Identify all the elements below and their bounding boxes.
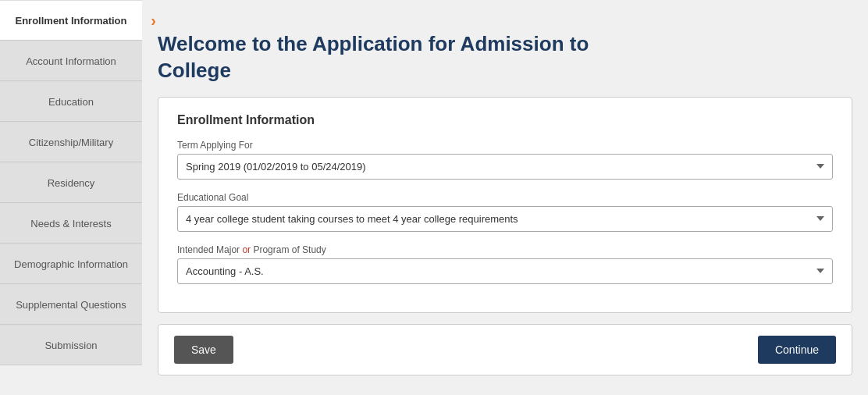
sidebar: Enrollment Information›Account Informati…	[0, 0, 142, 395]
select-educational-goal[interactable]: 4 year college student taking courses to…	[177, 206, 833, 232]
sidebar-item-residency[interactable]: Residency	[0, 162, 142, 203]
page-wrapper: Enrollment Information›Account Informati…	[0, 0, 868, 395]
field-label-term-applying-for: Term Applying For	[177, 140, 833, 151]
sidebar-item-enrollment-information[interactable]: Enrollment Information›	[0, 0, 142, 41]
field-label-intended-major: Intended Major or Program of Study	[177, 244, 833, 255]
sidebar-item-demographic-information[interactable]: Demographic Information	[0, 244, 142, 284]
sidebar-item-submission[interactable]: Submission	[0, 325, 142, 365]
continue-button[interactable]: Continue	[758, 336, 836, 364]
sidebar-item-account-information[interactable]: Account Information	[0, 41, 142, 81]
form-field-educational-goal: Educational Goal4 year college student t…	[177, 192, 833, 232]
sidebar-item-needs-interests[interactable]: Needs & Interests	[0, 203, 142, 244]
page-title-line2: College	[158, 59, 231, 82]
form-field-intended-major: Intended Major or Program of StudyAccoun…	[177, 244, 833, 284]
enrollment-form-card: Enrollment Information Term Applying For…	[158, 97, 852, 313]
active-arrow-icon: ›	[151, 12, 156, 30]
save-button[interactable]: Save	[174, 336, 233, 364]
form-field-term-applying-for: Term Applying ForSpring 2019 (01/02/2019…	[177, 140, 833, 180]
select-term-applying-for[interactable]: Spring 2019 (01/02/2019 to 05/24/2019)	[177, 154, 833, 180]
main-content: Welcome to the Application for Admission…	[142, 0, 868, 395]
sidebar-item-education[interactable]: Education	[0, 81, 142, 122]
select-intended-major[interactable]: Accounting - A.S.	[177, 258, 833, 284]
label-highlight: or	[242, 244, 251, 255]
page-title: Welcome to the Application for Admission…	[158, 31, 852, 84]
form-fields: Term Applying ForSpring 2019 (01/02/2019…	[177, 140, 833, 284]
page-title-line1: Welcome to the Application for Admission…	[158, 32, 589, 55]
sidebar-item-citizenship-military[interactable]: Citizenship/Military	[0, 122, 142, 162]
field-label-educational-goal: Educational Goal	[177, 192, 833, 203]
action-bar: Save Continue	[158, 324, 852, 375]
form-card-title: Enrollment Information	[177, 113, 833, 127]
sidebar-item-supplemental-questions[interactable]: Supplemental Questions	[0, 284, 142, 325]
